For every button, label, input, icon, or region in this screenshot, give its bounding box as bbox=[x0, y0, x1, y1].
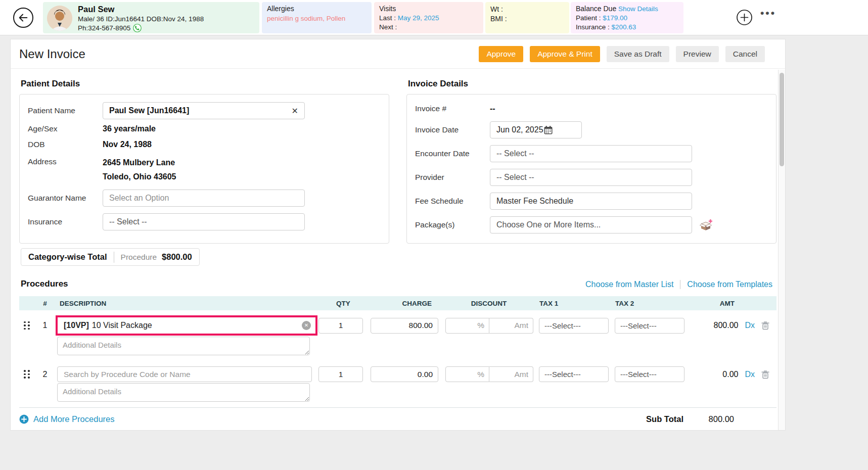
choose-from-templates-link[interactable]: Choose from Templates bbox=[687, 280, 772, 289]
cancel-button[interactable]: Cancel bbox=[725, 46, 765, 62]
col-description: DESCRIPTION bbox=[56, 300, 317, 307]
patient-demographics: Male/ 36 ID:Jun16641 DOB:Nov 24, 1988 bbox=[78, 15, 204, 23]
col-qty: QTY bbox=[317, 300, 369, 307]
clear-procedure-icon[interactable]: ✕ bbox=[302, 321, 311, 330]
qty-input[interactable] bbox=[318, 318, 363, 334]
insurance-label: Insurance bbox=[28, 217, 103, 226]
scrollbar-thumb[interactable] bbox=[780, 73, 784, 166]
provider-label: Provider bbox=[415, 173, 490, 182]
procedures-table-header: # DESCRIPTION QTY CHARGE DISCOUNT TAX 1 … bbox=[19, 296, 776, 310]
patient-phone: Ph:324-567-8905 bbox=[78, 24, 130, 32]
balance-due-card[interactable]: Balance Due Show Details Patient : $179.… bbox=[571, 2, 683, 33]
discount-amount-input[interactable] bbox=[489, 318, 533, 334]
packages-select[interactable]: Choose One or More Items... bbox=[490, 216, 692, 233]
visits-card[interactable]: Visits Last : May 29, 2025 Next : bbox=[374, 2, 483, 33]
delete-row-icon[interactable] bbox=[761, 370, 769, 379]
row-number: 2 bbox=[34, 370, 56, 379]
delete-row-icon[interactable] bbox=[761, 321, 769, 330]
balance-patient-value: $179.00 bbox=[603, 14, 627, 22]
category-wise-total: Category-wise Total Procedure $800.00 bbox=[21, 248, 200, 266]
subtotal-value: 800.00 bbox=[683, 414, 734, 424]
col-number: # bbox=[34, 300, 56, 307]
balance-due-label: Balance Due bbox=[576, 5, 616, 13]
category-amount: $800.00 bbox=[162, 252, 192, 262]
patient-name-label: Patient Name bbox=[28, 106, 103, 115]
procedure-search-input[interactable] bbox=[57, 366, 312, 382]
balance-patient-label: Patient : bbox=[576, 14, 601, 22]
guarantor-select[interactable]: Select an Option bbox=[103, 190, 305, 207]
patient-details-section: Patient Details Patient Name Paul Sew [J… bbox=[19, 69, 389, 266]
patient-details-title: Patient Details bbox=[21, 79, 389, 89]
new-invoice-panel: New Invoice Approve Approve & Print Save… bbox=[10, 39, 786, 431]
dx-link[interactable]: Dx bbox=[745, 370, 755, 379]
invoice-toolbar: New Invoice Approve Approve & Print Save… bbox=[11, 39, 785, 69]
balance-insurance-label: Insurance : bbox=[576, 23, 610, 31]
procedure-row-details bbox=[19, 382, 776, 402]
col-amt: AMT bbox=[688, 300, 776, 307]
discount-percent-input[interactable] bbox=[445, 366, 489, 382]
charge-input[interactable] bbox=[371, 366, 438, 382]
dob-value: Nov 24, 1988 bbox=[103, 140, 152, 149]
invoice-date-field[interactable]: Jun 02, 2025 bbox=[490, 121, 582, 138]
additional-details-textarea[interactable] bbox=[57, 383, 310, 402]
weight-label: Wt : bbox=[490, 5, 564, 13]
address-line2: Toledo, Ohio 43605 bbox=[103, 170, 176, 184]
add-new-button[interactable] bbox=[736, 9, 753, 26]
drag-handle-icon[interactable] bbox=[19, 321, 34, 330]
address-label: Address bbox=[28, 156, 103, 166]
procedures-title: Procedures bbox=[21, 279, 68, 289]
choose-from-master-list-link[interactable]: Choose from Master List bbox=[585, 280, 673, 289]
procedures-table: # DESCRIPTION QTY CHARGE DISCOUNT TAX 1 … bbox=[19, 296, 776, 424]
qty-input[interactable] bbox=[318, 366, 363, 382]
clear-patient-icon[interactable]: ✕ bbox=[292, 106, 298, 116]
discount-percent-input[interactable] bbox=[445, 318, 489, 334]
calendar-icon[interactable] bbox=[543, 125, 553, 135]
divider bbox=[114, 252, 114, 263]
dx-link[interactable]: Dx bbox=[745, 321, 755, 330]
vitals-card[interactable]: Wt : BMI : bbox=[485, 2, 569, 33]
more-options-button[interactable]: ••• bbox=[760, 7, 776, 19]
patient-summary-card[interactable]: Paul Sew Male/ 36 ID:Jun16641 DOB:Nov 24… bbox=[43, 2, 259, 33]
category-total-label: Category-wise Total bbox=[28, 252, 107, 262]
visits-label: Visits bbox=[379, 5, 478, 13]
divider bbox=[680, 280, 680, 289]
approve-button[interactable]: Approve bbox=[479, 46, 523, 62]
visits-last-label: Last : bbox=[379, 14, 396, 22]
phone-icon[interactable] bbox=[133, 24, 142, 32]
package-icon[interactable] bbox=[699, 218, 713, 232]
patient-name-field[interactable]: Paul Sew [Jun16641] ✕ bbox=[103, 102, 305, 119]
tax2-select[interactable]: ---Select--- bbox=[615, 318, 684, 334]
add-more-procedures-link[interactable]: Add More Procedures bbox=[19, 414, 115, 424]
tax1-select[interactable]: ---Select--- bbox=[539, 366, 609, 382]
procedure-description-field[interactable]: [10VP] 10 Visit Package ✕ bbox=[56, 315, 317, 336]
approve-print-button[interactable]: Approve & Print bbox=[530, 46, 600, 62]
show-details-link[interactable]: Show Details bbox=[618, 5, 658, 13]
drag-handle-icon[interactable] bbox=[19, 370, 34, 379]
preview-button[interactable]: Preview bbox=[676, 46, 719, 62]
provider-select[interactable]: -- Select -- bbox=[490, 169, 692, 186]
vertical-scrollbar[interactable] bbox=[778, 70, 785, 430]
charge-input[interactable] bbox=[371, 318, 438, 334]
packages-label: Package(s) bbox=[415, 220, 490, 229]
procedure-row-details bbox=[19, 336, 776, 355]
age-sex-label: Age/Sex bbox=[28, 124, 103, 133]
address-line1: 2645 Mulbery Lane bbox=[103, 156, 176, 170]
bmi-label: BMI : bbox=[490, 15, 564, 23]
invoice-number-label: Invoice # bbox=[415, 104, 490, 113]
insurance-select[interactable]: -- Select -- bbox=[103, 213, 305, 230]
row-amount: 0.00 bbox=[722, 370, 738, 379]
fee-schedule-select[interactable]: Master Fee Schedule bbox=[490, 193, 692, 210]
allergies-card[interactable]: Allergies penicillin g sodium, Pollen bbox=[262, 2, 372, 33]
invoice-details-title: Invoice Details bbox=[408, 79, 776, 89]
encounter-date-select[interactable]: -- Select -- bbox=[490, 145, 692, 162]
row-amount: 800.00 bbox=[714, 321, 739, 330]
patient-photo bbox=[47, 6, 72, 31]
discount-amount-input[interactable] bbox=[489, 366, 533, 382]
back-button[interactable] bbox=[13, 8, 33, 28]
tax1-select[interactable]: ---Select--- bbox=[539, 318, 609, 334]
save-as-draft-button[interactable]: Save as Draft bbox=[607, 46, 669, 62]
additional-details-textarea[interactable] bbox=[57, 337, 310, 355]
procedure-code: [10VP] bbox=[64, 321, 89, 330]
tax2-select[interactable]: ---Select--- bbox=[615, 366, 684, 382]
dob-label: DOB bbox=[28, 140, 103, 149]
